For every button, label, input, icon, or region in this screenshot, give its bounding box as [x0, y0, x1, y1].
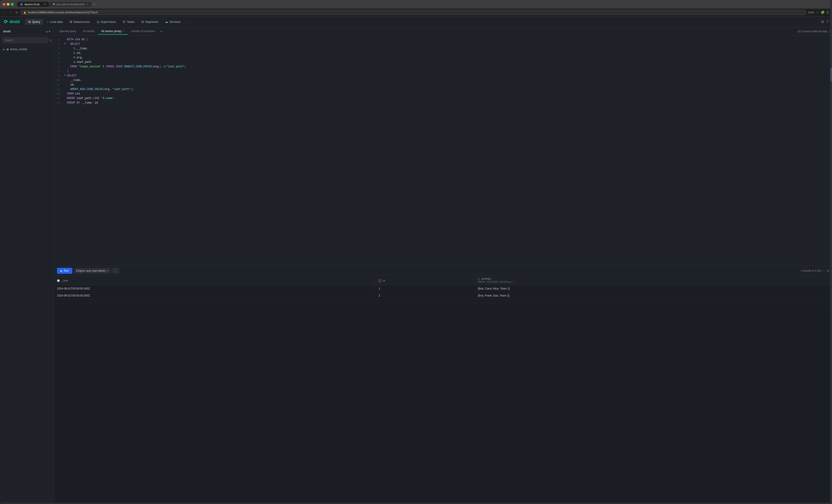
- tab-all-names[interactable]: All names: [80, 28, 98, 34]
- line-num-10: 10: [54, 78, 63, 82]
- nav-item-supervisors[interactable]: ◎ Supervisors: [94, 19, 120, 25]
- line-num-11: 11: [54, 83, 63, 87]
- browser-tab-title-duckduckgo: json path at DuckDuckGo: [56, 3, 85, 6]
- run-button[interactable]: ▶ Run: [57, 268, 72, 274]
- cell-expr-2: [Eve, Frank, Dan, Team 2]: [475, 292, 832, 299]
- help-icon[interactable]: ?: [826, 20, 828, 24]
- col-id-label: id: [383, 279, 385, 282]
- segments-nav-label: Segments: [145, 20, 158, 24]
- scrollbar-thumb[interactable]: [830, 68, 832, 81]
- minimize-traffic-light[interactable]: [7, 3, 9, 6]
- new-tab-button[interactable]: +: [92, 2, 98, 7]
- nav-item-load-data[interactable]: ↑ Load data: [44, 19, 66, 25]
- nav-more-button[interactable]: ···: [184, 19, 189, 25]
- query-area: Opened query All names All names (array)…: [54, 27, 832, 502]
- sidebar-header: druid ▲▼: [0, 27, 54, 35]
- forward-button[interactable]: →: [8, 10, 14, 15]
- close-traffic-light[interactable]: [3, 3, 5, 6]
- druid-logo-icon: ⟳: [4, 19, 8, 25]
- tab-gender-of-members[interactable]: Gender of members: [128, 28, 158, 34]
- search-input[interactable]: [2, 37, 48, 43]
- menu-icon[interactable]: ☰: [826, 10, 829, 14]
- settings-icon[interactable]: ⚙: [821, 20, 824, 24]
- connect-external-button[interactable]: ⊟ Connect external data: [798, 30, 827, 33]
- nav-item-query[interactable]: ⊟ Query: [25, 19, 43, 25]
- nav-item-datasources[interactable]: ⊞ Datasources: [67, 19, 93, 25]
- download-results-icon[interactable]: ↓: [823, 269, 825, 272]
- browser-window: 🔵 Apache Druid ✕ 🔎 json path at DuckDuck…: [0, 0, 832, 504]
- line-num-8: 8: [54, 69, 63, 73]
- code-line-1: 1 WITH cte AS (: [54, 37, 832, 42]
- line-num-7: 7: [54, 64, 63, 69]
- load-data-nav-label: Load data: [50, 20, 63, 24]
- tab-all-names-label: All names: [83, 30, 95, 33]
- cell-time-2: 2024-09-01T00:00:00.000Z: [54, 292, 376, 299]
- browser-tab-druid[interactable]: 🔵 Apache Druid ✕: [17, 2, 49, 7]
- back-button[interactable]: ←: [3, 10, 8, 15]
- table-row-empty-1: [54, 299, 832, 303]
- line-content-3: t.__time,: [67, 47, 832, 51]
- cell-time-1: 2024-09-01T00:00:00.000Z: [54, 285, 376, 292]
- line-num-14: 14: [54, 96, 63, 100]
- lock-icon: 🔒: [23, 11, 26, 14]
- nav-item-tasks[interactable]: ☰ Tasks: [120, 19, 137, 25]
- results-col-id: A id: [376, 276, 475, 285]
- tasks-nav-label: Tasks: [127, 20, 134, 24]
- close-results-icon[interactable]: ✕: [827, 269, 829, 272]
- line-content-2: SELECT: [67, 42, 832, 46]
- line-content-4: t.id,: [67, 51, 832, 55]
- sidebar-search-container: ⊞: [0, 35, 54, 45]
- scrollbar-track[interactable]: [830, 27, 832, 502]
- engine-select[interactable]: Engine: auto (sql-native) ▼: [74, 268, 111, 273]
- nav-item-segments[interactable]: ⊟ Segments: [138, 19, 162, 25]
- browser-tab-duckduckgo[interactable]: 🔎 json path at DuckDuckGo ✕: [49, 2, 91, 7]
- col-expr-sub: ARRAY_AGG(JSON_VALUE(org, "...: [478, 281, 829, 283]
- tree-item-teams-nested[interactable]: ▶ ▦ teams_nested: [0, 47, 54, 52]
- run-play-icon: ▶: [60, 270, 62, 272]
- extensions-icon[interactable]: 🧩: [821, 10, 825, 14]
- tab-all-names-array-label: All names (array): [101, 30, 122, 33]
- services-nav-label: Services: [170, 20, 181, 24]
- results-col-expr: [·] EXPR$2 ARRAY_AGG(JSON_VALUE(org, "..…: [475, 276, 832, 285]
- browser-tab-close-druid[interactable]: ✕: [44, 3, 46, 6]
- code-line-5: 5 t.org,: [54, 55, 832, 60]
- maximize-traffic-light[interactable]: [11, 3, 14, 6]
- line-content-1: WITH cte AS (: [67, 37, 832, 42]
- empty-cell: [376, 303, 475, 307]
- connect-external-icon: ⊟: [798, 30, 800, 33]
- main-content: druid ▲▼ ⊞ ▶ ▦ teams_nested: [0, 27, 832, 502]
- tree-item-label: teams_nested: [10, 48, 27, 51]
- nav-item-services[interactable]: ☁ Services: [162, 19, 184, 25]
- tabs-right: ⊟ Connect external data ⟨: [798, 30, 830, 33]
- code-line-15: 15 GROUP BY __time, id: [54, 101, 832, 105]
- results-info: 2 results in 0.20s: [801, 269, 822, 272]
- tab-all-names-array[interactable]: All names (array) ✕: [98, 28, 128, 34]
- query-nav-icon: ⊟: [28, 20, 31, 24]
- nav-right: ⚙ ?: [821, 20, 828, 24]
- bookmark-icon[interactable]: ☆: [816, 10, 819, 14]
- tab-gender-of-members-label: Gender of members: [131, 30, 155, 33]
- line-num-3: 3: [54, 47, 63, 51]
- query-more-button[interactable]: ···: [112, 268, 119, 273]
- segments-nav-icon: ⊟: [141, 20, 144, 24]
- sidebar-tree: ▶ ▦ teams_nested: [0, 45, 54, 502]
- tab-all-names-array-close[interactable]: ✕: [123, 30, 125, 32]
- reload-button[interactable]: ↻: [15, 10, 19, 15]
- tab-add-button[interactable]: +: [158, 28, 164, 34]
- address-text: localhost:8888/unified-console.html#work…: [28, 11, 98, 14]
- code-line-10: 10 __time,: [54, 78, 832, 82]
- line-content-11: id,: [67, 83, 832, 87]
- results-table-header-row: 🕐__time A id [·: [54, 276, 832, 285]
- tab-favicon-duckduckgo: 🔎: [52, 3, 55, 6]
- sidebar-expand-icon[interactable]: ▲▼: [46, 30, 51, 33]
- address-bar[interactable]: 🔒 localhost:8888/unified-console.html#wo…: [21, 10, 806, 15]
- code-editor[interactable]: 1 WITH cte AS ( 2 ▶ SELECT 3 t: [54, 35, 832, 266]
- code-line-6: 6 x.leaf_path: [54, 60, 832, 64]
- browser-tab-close-duckduckgo[interactable]: ✕: [86, 3, 88, 6]
- tasks-nav-icon: ☰: [123, 20, 126, 24]
- tab-opened-query[interactable]: Opened query: [56, 28, 80, 34]
- code-line-13: 13 FROM cte: [54, 91, 832, 96]
- nav-buttons: ← → ↻: [3, 10, 19, 15]
- search-grid-icon: ⊞: [50, 38, 52, 42]
- results-col-time: 🕐__time: [54, 276, 376, 285]
